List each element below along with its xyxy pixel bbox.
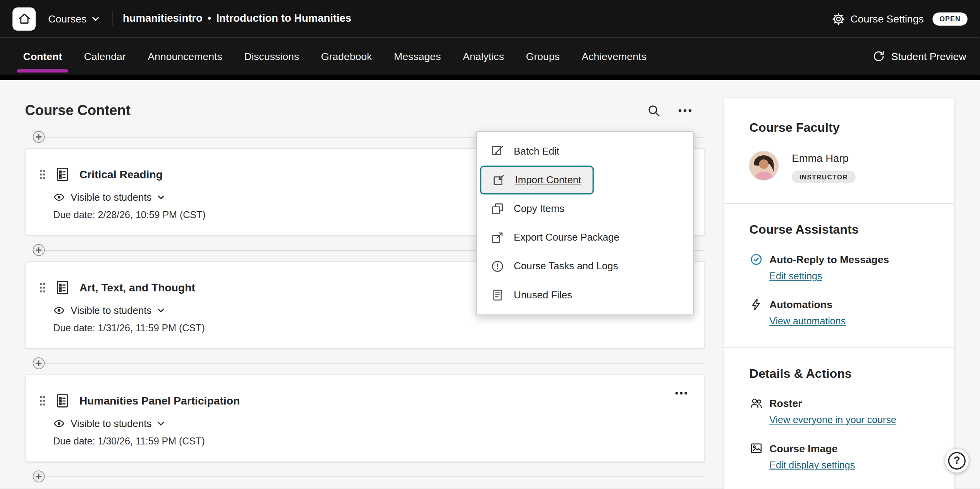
tab-analytics[interactable]: Analytics — [462, 38, 505, 75]
details-label: Course Image — [769, 443, 837, 455]
course-settings-button[interactable]: Course Settings — [832, 12, 924, 25]
export-package-icon — [491, 231, 504, 244]
visibility-label: Visible to students — [70, 192, 151, 203]
auto-reply-icon — [750, 253, 763, 266]
add-content-button[interactable] — [33, 131, 45, 143]
drag-handle-icon[interactable] — [38, 394, 47, 407]
courses-label: Courses — [48, 13, 86, 25]
tab-content[interactable]: Content — [22, 38, 63, 75]
assistant-label: Auto-Reply to Messages — [769, 253, 889, 265]
divider-line — [31, 363, 705, 364]
menu-item-unused-files[interactable]: Unused Files — [477, 281, 693, 309]
home-button[interactable] — [12, 7, 36, 31]
faculty-member: Emma Harp INSTRUCTOR — [750, 151, 930, 183]
ellipsis-icon — [674, 386, 688, 400]
open-status-badge[interactable]: OPEN — [932, 12, 967, 25]
item-more-options-button[interactable] — [674, 386, 688, 400]
plus-circle-icon — [33, 470, 45, 482]
menu-item-copy-items[interactable]: Copy Items — [477, 195, 693, 223]
visibility-dropdown[interactable]: Visible to students — [53, 305, 164, 317]
lightning-icon — [750, 298, 763, 311]
content-item-title[interactable]: Humanities Panel Participation — [79, 394, 240, 407]
menu-item-export-course-package[interactable]: Export Course Package — [477, 223, 693, 252]
content-area: Course Content — [0, 80, 980, 489]
menu-item-label: Import Content — [515, 174, 581, 186]
menu-item-label: Course Tasks and Logs — [514, 261, 618, 272]
assignment-document-icon — [54, 393, 70, 409]
assignment-document-icon — [54, 166, 70, 183]
topbar: Courses humanitiesintro • Introduction t… — [0, 0, 980, 38]
content-item-title[interactable]: Art, Text, and Thought — [79, 281, 195, 294]
copy-items-icon — [491, 202, 504, 215]
course-settings-label: Course Settings — [850, 13, 923, 25]
add-content-button[interactable] — [33, 357, 45, 369]
content-more-options-button[interactable] — [677, 103, 693, 118]
details-label: Roster — [769, 397, 802, 409]
faculty-name: Emma Harp — [792, 153, 855, 165]
due-date: Due date: 1/30/26, 11:59 PM (CST) — [53, 436, 689, 447]
content-options-menu: Batch Edit Import Content Copy Items Exp… — [476, 131, 694, 315]
menu-item-course-tasks-and-logs[interactable]: Course Tasks and Logs — [477, 252, 693, 281]
visibility-label: Visible to students — [70, 418, 151, 429]
content-item-card: Humanities Panel Participation Visible t… — [25, 374, 705, 462]
gear-icon — [832, 12, 845, 25]
details-row: Roster View everyone in your course — [750, 396, 930, 426]
plus-circle-icon — [33, 244, 45, 256]
eye-icon — [53, 191, 65, 203]
due-date: Due date: 1/31/26, 11:59 PM (CST) — [53, 323, 689, 334]
search-button[interactable] — [647, 104, 660, 117]
content-item-title[interactable]: Critical Reading — [79, 168, 163, 181]
view-roster-link[interactable]: View everyone in your course — [769, 415, 896, 426]
course-name: Introduction to Humanities — [216, 12, 351, 25]
visibility-label: Visible to students — [70, 305, 151, 316]
student-preview-button[interactable]: Student Preview — [872, 50, 966, 62]
menu-item-label: Unused Files — [514, 289, 572, 301]
tab-announcements[interactable]: Announcements — [147, 38, 223, 75]
drag-handle-icon[interactable] — [38, 281, 47, 294]
add-content-button[interactable] — [33, 470, 45, 482]
tab-discussions[interactable]: Discussions — [244, 38, 300, 75]
tab-calendar[interactable]: Calendar — [83, 38, 126, 75]
details-heading: Details & Actions — [750, 367, 930, 381]
assistant-label: Automations — [769, 298, 832, 310]
add-content-button[interactable] — [33, 244, 45, 256]
tab-messages[interactable]: Messages — [393, 38, 442, 75]
menu-item-label: Batch Edit — [514, 146, 559, 157]
ellipsis-icon — [677, 103, 693, 118]
assistant-row: Auto-Reply to Messages Edit settings — [750, 253, 930, 282]
plus-circle-icon — [33, 357, 45, 369]
role-badge: INSTRUCTOR — [792, 170, 855, 183]
search-icon — [647, 104, 660, 117]
visibility-dropdown[interactable]: Visible to students — [53, 418, 164, 430]
divider-line — [31, 477, 705, 477]
menu-item-label: Copy Items — [514, 203, 564, 214]
avatar — [750, 151, 778, 180]
drag-handle-icon[interactable] — [38, 168, 47, 181]
menu-item-label: Export Course Package — [514, 232, 619, 243]
eye-icon — [53, 305, 65, 317]
edit-display-settings-link[interactable]: Edit display settings — [769, 460, 855, 471]
menu-item-batch-edit[interactable]: Batch Edit — [477, 137, 693, 165]
edit-settings-link[interactable]: Edit settings — [769, 271, 822, 282]
courses-menu-button[interactable]: Courses — [46, 13, 102, 25]
tasks-logs-icon — [491, 260, 504, 273]
tab-groups[interactable]: Groups — [525, 38, 560, 75]
course-image-icon — [750, 441, 763, 455]
faculty-heading: Course Faculty — [750, 121, 930, 135]
tab-gradebook[interactable]: Gradebook — [320, 38, 373, 75]
page-title: Course Content — [25, 103, 131, 119]
chevron-down-icon — [157, 422, 164, 426]
nav-bottom-strip — [0, 75, 980, 80]
view-automations-link[interactable]: View automations — [769, 316, 846, 327]
assignment-document-icon — [54, 279, 70, 296]
help-button[interactable]: ? — [945, 449, 969, 473]
assistant-row: Automations View automations — [750, 298, 930, 327]
app-window: Courses humanitiesintro • Introduction t… — [0, 0, 980, 489]
tab-achievements[interactable]: Achievements — [581, 38, 647, 75]
menu-item-import-content[interactable]: Import Content — [480, 166, 593, 195]
chevron-down-icon — [92, 16, 100, 21]
plus-circle-icon — [33, 131, 45, 143]
course-nav: Content Calendar Announcements Discussio… — [0, 38, 980, 75]
visibility-dropdown[interactable]: Visible to students — [53, 191, 164, 203]
student-preview-label: Student Preview — [891, 50, 966, 62]
